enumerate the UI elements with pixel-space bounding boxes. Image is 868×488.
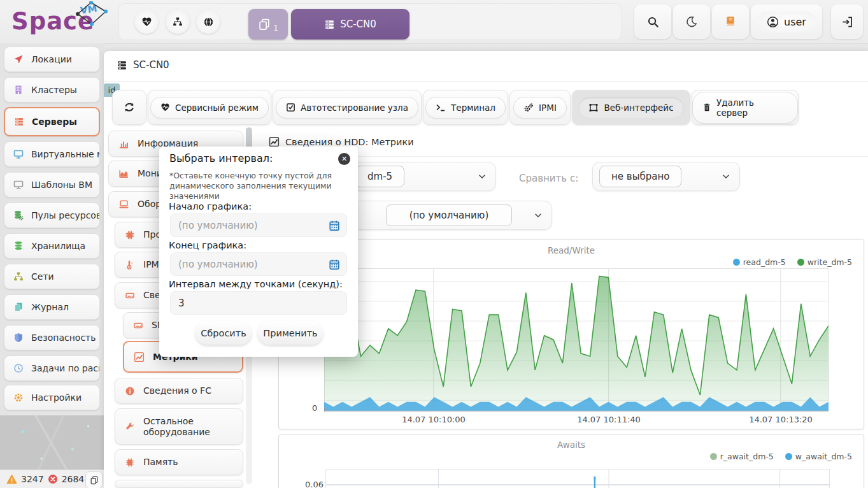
logo-diamond-icon — [73, 1, 110, 27]
copy-icon — [90, 476, 99, 485]
sidebar-item-networks[interactable]: Сети — [4, 264, 100, 289]
compare-dropdown[interactable]: не выбрано — [592, 162, 740, 191]
copy-icon — [258, 18, 271, 31]
user-icon — [767, 16, 779, 28]
legend-label: write_dm-5 — [808, 257, 852, 267]
sidebar-item-journal[interactable]: Журнал — [4, 294, 100, 320]
sidebar-item-label: Журнал — [31, 302, 69, 312]
interval-value-chip[interactable]: (по умолчанию) — [386, 205, 512, 226]
sidebar-item-label: Локации — [31, 54, 72, 64]
health-status-button[interactable] — [134, 10, 159, 34]
refresh-button[interactable] — [112, 90, 146, 125]
laptop-icon — [118, 199, 129, 210]
read-write-plot[interactable] — [324, 268, 829, 412]
hdd-icon — [133, 320, 143, 331]
clock-icon — [13, 363, 24, 373]
close-icon[interactable]: ✕ — [338, 153, 350, 165]
database-icon — [13, 241, 24, 251]
interval-picker-popup: Выбрать интервал: ✕ *Оставьте конечную т… — [159, 147, 358, 357]
warning-count[interactable]: 3247 — [21, 474, 44, 484]
monitor-icon — [13, 149, 24, 159]
globe-button[interactable] — [196, 10, 220, 34]
wrench-icon — [125, 422, 135, 432]
sidebar-item-servers[interactable]: Серверы — [4, 107, 100, 136]
theme-toggle-button[interactable] — [673, 4, 710, 39]
legend-item[interactable]: w_await_dm-5 — [785, 452, 852, 461]
start-date-input[interactable]: (по умолчанию) — [170, 213, 347, 237]
terminal-button[interactable]: Терминал — [423, 90, 508, 125]
calendar-icon[interactable] — [329, 220, 340, 231]
legend-label: r_await_dm-5 — [720, 452, 774, 461]
step-input[interactable]: 3 — [170, 291, 347, 315]
content-heading: Сведения о HDD: Метрики — [269, 136, 414, 147]
sidebar-item-virtual-machines[interactable]: Виртуальные ма — [4, 141, 100, 167]
area-chart-icon — [118, 168, 129, 179]
tab-group-1[interactable]: 1 — [248, 9, 288, 39]
sidebar-item-scheduled-tasks[interactable]: Задачи по распи — [4, 355, 100, 381]
awaits-plot[interactable] — [325, 469, 830, 488]
tab-sc-cn0[interactable]: SC-CN0 — [291, 9, 409, 39]
sidebar-item-settings[interactable]: Настройки — [4, 385, 100, 410]
legend-item[interactable]: r_await_dm-5 — [710, 452, 774, 461]
device-value-chip[interactable]: dm-5 — [355, 166, 404, 187]
app-logo[interactable]: Space VM — [11, 6, 113, 38]
autotest-label: Автотестирование узла — [301, 103, 408, 113]
legend-item[interactable]: write_dm-5 — [797, 257, 852, 267]
delete-server-label: Удалить сервер — [716, 97, 788, 118]
refresh-icon — [123, 101, 136, 114]
reset-button[interactable]: Сбросить — [196, 321, 252, 345]
sidebar-item-locations[interactable]: Локации — [4, 47, 100, 72]
compare-label: Сравнить с: — [519, 173, 578, 184]
awaits-chart-card: Awaits r_await_dm-5 w_await_dm-5 0.06 — [278, 434, 864, 488]
y-axis-tick: 0 — [312, 403, 317, 413]
apply-button[interactable]: Применить — [258, 321, 323, 345]
compare-value-chip[interactable]: не выбрано — [599, 166, 681, 187]
subnav-item-fc-info[interactable]: Сведения о FC — [115, 378, 243, 404]
web-interface-button[interactable]: Веб-интерфейс — [572, 90, 690, 125]
panel-title: SC-CN0 — [133, 59, 169, 71]
sidebar-item-storages[interactable]: Хранилища — [4, 233, 100, 259]
web-interface-label: Веб-интерфейс — [604, 103, 673, 113]
logout-icon — [841, 16, 853, 28]
logout-button[interactable] — [831, 4, 863, 39]
terminal-label: Терминал — [451, 103, 495, 113]
device-dropdown[interactable]: dm-5 — [348, 162, 496, 191]
docs-button[interactable] — [712, 4, 749, 39]
sidebar-item-label: Кластеры — [31, 85, 77, 95]
delete-server-button[interactable]: Удалить сервер — [692, 90, 799, 125]
subnav-label: Память — [143, 457, 178, 467]
legend-label: read_dm-5 — [743, 257, 786, 267]
error-icon — [48, 474, 58, 484]
server-icon — [14, 117, 24, 127]
sidebar-item-clusters[interactable]: Кластеры — [4, 77, 100, 103]
copy-counters-button[interactable] — [85, 471, 103, 488]
sidebar-item-resource-pools[interactable]: Пулы ресурсов — [4, 203, 100, 228]
sitemap-icon — [173, 17, 183, 27]
end-date-input[interactable]: (по умолчанию) — [170, 252, 347, 276]
subnav-item-other-hardware[interactable]: Остальное оборудование — [115, 408, 243, 445]
bar-chart-icon — [118, 138, 129, 149]
building-icon — [13, 85, 24, 95]
info-icon — [125, 386, 135, 396]
ipmi-button[interactable]: IPMI — [509, 90, 571, 125]
checkbox-icon — [286, 103, 295, 112]
legend-item[interactable]: read_dm-5 — [733, 257, 786, 267]
globe-icon — [203, 17, 214, 27]
error-count[interactable]: 2684 — [62, 474, 85, 484]
calendar-icon[interactable] — [329, 259, 340, 270]
sidebar-item-security[interactable]: Безопасность — [4, 325, 100, 350]
search-button[interactable] — [634, 4, 671, 39]
sidebar-status-bar: 3247 2684 — [0, 470, 104, 488]
terminal-icon — [436, 103, 446, 112]
chart-line-icon — [269, 136, 280, 147]
popup-note: *Оставьте конечную точку пустой для дина… — [169, 171, 349, 201]
user-menu-button[interactable]: user — [751, 4, 822, 39]
subnav-item-memory[interactable]: Память — [115, 449, 243, 475]
service-mode-button[interactable]: Сервисный режим — [148, 90, 271, 125]
hierarchy-button[interactable] — [166, 10, 190, 34]
sidebar-item-vm-templates[interactable]: Шаблоны ВМ — [4, 172, 100, 197]
autotest-button[interactable]: Автотестирование узла — [273, 90, 422, 125]
content-heading-label: Сведения о HDD: Метрики — [285, 137, 414, 147]
x-axis-tick: 14.07 10:13:20 — [749, 415, 813, 424]
subnav-item-partial[interactable] — [115, 480, 243, 488]
